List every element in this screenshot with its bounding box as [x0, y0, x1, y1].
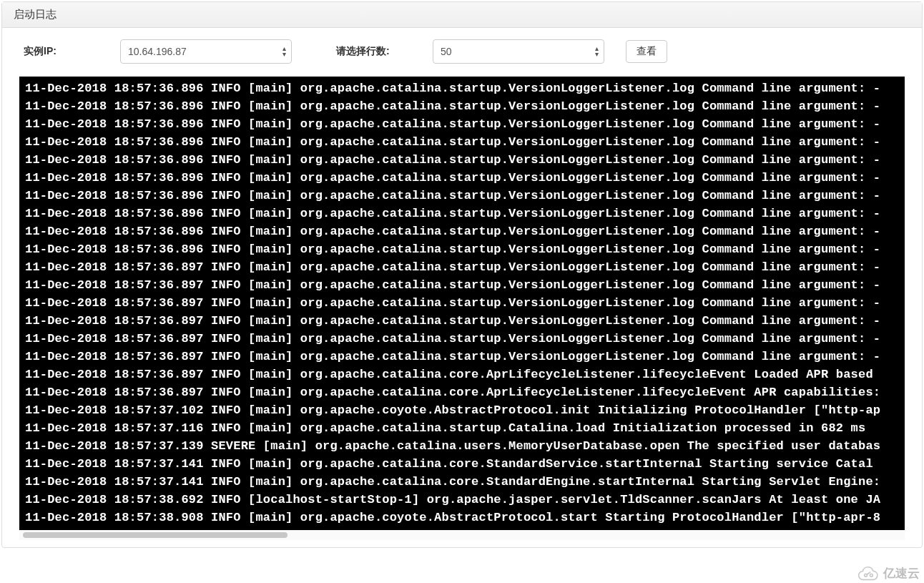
log-output[interactable]: 11-Dec-2018 18:57:36.896 INFO [main] org…: [19, 77, 905, 540]
log-panel: 启动日志 实例IP: 10.64.196.87 ▴▾ 请选择行数: 50 ▴▾ …: [1, 1, 923, 548]
watermark: 亿速云: [855, 565, 920, 582]
panel-title: 启动日志: [14, 8, 56, 20]
filter-row: 实例IP: 10.64.196.87 ▴▾ 请选择行数: 50 ▴▾ 查看: [2, 28, 922, 77]
cloud-icon: [855, 566, 879, 582]
rows-select-wrap: 50 ▴▾: [433, 39, 604, 64]
ip-label: 实例IP:: [24, 45, 120, 58]
panel-header: 启动日志: [2, 2, 922, 28]
rows-select[interactable]: 50: [433, 39, 604, 64]
log-container: 11-Dec-2018 18:57:36.896 INFO [main] org…: [19, 77, 905, 540]
svg-point-1: [870, 574, 873, 577]
scrollbar-thumb[interactable]: [23, 532, 287, 538]
horizontal-scrollbar[interactable]: [19, 530, 905, 540]
ip-select[interactable]: 10.64.196.87: [120, 39, 292, 64]
ip-select-wrap: 10.64.196.87 ▴▾: [120, 39, 292, 64]
watermark-text: 亿速云: [883, 565, 920, 582]
svg-line-2: [867, 572, 870, 574]
view-button[interactable]: 查看: [626, 40, 667, 63]
rows-label: 请选择行数:: [336, 45, 433, 58]
